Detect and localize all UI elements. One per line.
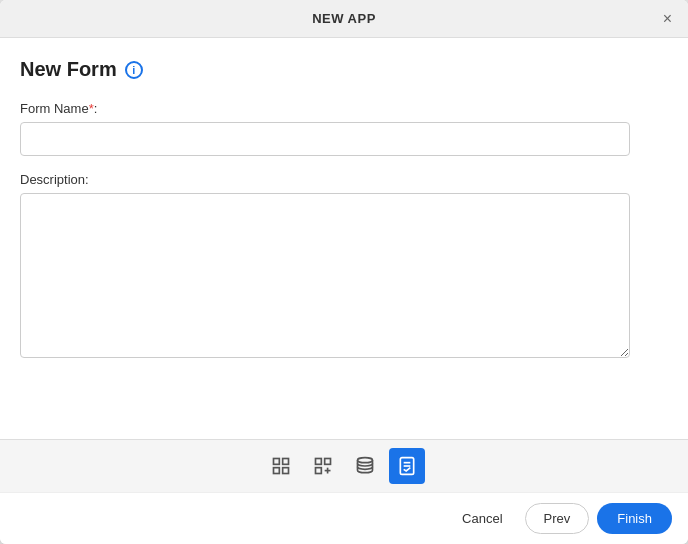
finish-button[interactable]: Finish	[597, 503, 672, 534]
dialog-header: NEW APP ×	[0, 0, 688, 38]
form-description-textarea[interactable]	[20, 193, 630, 358]
dialog-footer: Cancel Prev Finish	[0, 492, 688, 544]
grid-icon	[271, 456, 291, 476]
form-description-label: Description:	[20, 172, 668, 187]
cancel-button[interactable]: Cancel	[448, 503, 516, 534]
svg-rect-2	[274, 468, 280, 474]
svg-rect-4	[316, 459, 322, 465]
form-name-label-text: Form Name	[20, 101, 89, 116]
database-icon-button[interactable]	[347, 448, 383, 484]
form-name-group: Form Name*:	[20, 101, 668, 156]
grid-plus-icon	[313, 456, 333, 476]
dialog-content: New Form i Form Name*: Description:	[0, 38, 688, 439]
form-icon-button[interactable]	[389, 448, 425, 484]
form-name-input[interactable]	[20, 122, 630, 156]
svg-rect-1	[283, 459, 289, 465]
grid-plus-icon-button[interactable]	[305, 448, 341, 484]
grid-icon-button[interactable]	[263, 448, 299, 484]
form-description-group: Description:	[20, 172, 668, 362]
dialog-toolbar	[0, 439, 688, 492]
form-icon	[397, 456, 417, 476]
svg-rect-5	[325, 459, 331, 465]
form-name-colon: :	[94, 101, 98, 116]
dialog: NEW APP × New Form i Form Name*: Descrip…	[0, 0, 688, 544]
prev-button[interactable]: Prev	[525, 503, 590, 534]
page-heading: New Form i	[20, 58, 668, 81]
close-button[interactable]: ×	[659, 7, 676, 31]
form-name-label: Form Name*:	[20, 101, 668, 116]
database-icon	[355, 456, 375, 476]
page-heading-text: New Form	[20, 58, 117, 81]
svg-rect-3	[283, 468, 289, 474]
svg-point-9	[358, 458, 373, 463]
dialog-title: NEW APP	[312, 11, 376, 26]
info-icon[interactable]: i	[125, 61, 143, 79]
svg-rect-6	[316, 468, 322, 474]
svg-rect-0	[274, 459, 280, 465]
